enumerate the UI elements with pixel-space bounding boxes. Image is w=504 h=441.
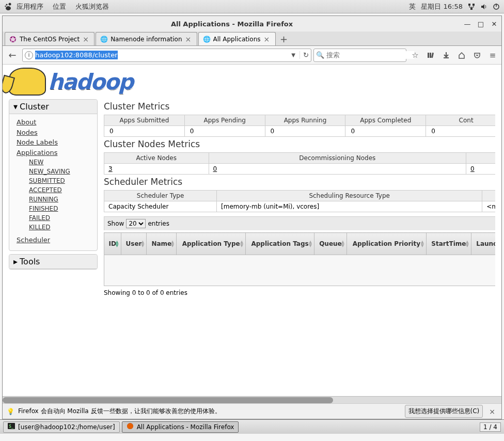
gnome-menu-places[interactable]: 位置 [53,2,66,11]
sidebar-tools-header[interactable]: ▸Tools [9,255,97,269]
firefox-notification-bar: 💡 Firefox 会自动向 Mozilla 反馈一些数据，让我们能够改善您的使… [3,403,501,419]
bookmark-star-icon[interactable]: ☆ [408,49,422,62]
url-bar[interactable]: i hadoop102:8088/cluster ▼ ↻ [22,49,311,62]
horizontal-scrollbar[interactable] [3,396,501,403]
datatable-info: Showing 0 to 0 of 0 entries [104,286,495,300]
network-icon[interactable] [468,3,475,11]
home-icon[interactable] [455,49,468,62]
window-maximize-button[interactable]: □ [477,20,485,28]
window-close-button[interactable]: ✕ [490,20,498,28]
notification-close-icon[interactable]: × [487,407,497,416]
sort-icon: ▲▼ [171,240,174,247]
globe-favicon-icon: 🌐 [203,36,210,43]
val-nodes-extra[interactable]: 0 [466,164,495,175]
tab-namenode[interactable]: 🌐 Namenode information × [96,32,197,45]
svg-point-0 [9,3,11,6]
col-name[interactable]: Name▲▼ [147,233,177,255]
sidebar-cluster-section: ▾Cluster About Nodes Node Labels Applica… [9,99,98,251]
tab-close-icon[interactable]: × [83,35,90,43]
svg-rect-4 [468,4,470,6]
sort-icon: ▲▼ [421,240,424,247]
val-decommissioning-nodes[interactable]: 0 [209,164,466,175]
sidebar-link-running[interactable]: RUNNING [29,195,92,204]
reload-button[interactable]: ↻ [300,51,309,59]
sidebar-cluster-header[interactable]: ▾Cluster [9,100,97,114]
col-user[interactable]: User▲▼ [121,233,147,255]
tab-all-applications[interactable]: 🌐 All Applications × [198,32,276,45]
tab-strip: The CentOS Project × 🌐 Namenode informat… [3,32,501,46]
sidebar-link-node-labels[interactable]: Node Labels [17,137,92,148]
search-input[interactable] [326,51,414,59]
sidebar-link-new[interactable]: NEW [29,158,92,167]
show-label-pre: Show [107,220,124,227]
sidebar-tools-section: ▸Tools [9,254,98,270]
gnome-menu-firefox[interactable]: 火狐浏览器 [75,2,109,11]
taskbar-item-firefox[interactable]: All Applications - Mozilla Firefox [122,421,239,433]
svg-point-1 [6,4,7,5]
show-entries-select[interactable]: 20 [126,219,146,228]
tab-close-icon[interactable]: × [264,35,271,43]
col-app-type[interactable]: Application Type▲▼ [177,233,246,255]
val-apps-pending: 0 [184,126,265,137]
col-starttime[interactable]: StartTime▲▼ [426,233,471,255]
scrollbar-thumb[interactable] [3,397,333,403]
new-tab-button[interactable]: + [277,32,291,45]
navigation-toolbar: ← i hadoop102:8088/cluster ▼ ↻ 🔍 ☆ ≡ [3,46,501,65]
tab-centos[interactable]: The CentOS Project × [5,32,94,45]
col-queue[interactable]: Queue▲▼ [314,233,347,255]
tab-close-icon[interactable]: × [185,35,193,43]
svg-text:$_: $_ [9,424,14,429]
lightbulb-icon: 💡 [7,408,14,415]
svg-rect-6 [470,8,472,10]
sidebar-link-submitted[interactable]: SUBMITTED [29,176,92,185]
hamburger-menu-icon[interactable]: ≡ [486,49,499,62]
power-icon[interactable] [493,3,500,11]
window-title: All Applications - Mozilla Firefox [6,20,458,28]
hadoop-logo: hadoop [3,65,501,99]
col-apps-running: Apps Running [265,115,345,126]
pocket-icon[interactable] [470,49,484,62]
cluster-metrics-title: Cluster Metrics [104,101,495,112]
col-launchtime[interactable]: Launch [471,233,495,255]
nodes-metrics-table: Active Nodes Decommissioning Nodes 3 0 0 [104,152,495,175]
site-info-icon[interactable]: i [25,51,33,59]
downloads-icon[interactable] [439,49,453,62]
cluster-metrics-table: Apps Submitted Apps Pending Apps Running… [104,115,495,137]
sidebar-link-nodes[interactable]: Nodes [17,128,92,138]
col-app-priority[interactable]: Application Priority▲▼ [346,233,426,255]
svg-rect-10 [428,53,429,58]
sort-icon: ▲▼ [466,240,469,247]
sidebar-link-applications[interactable]: Applications [17,148,92,158]
volume-icon[interactable] [480,3,487,11]
sidebar-link-accepted[interactable]: ACCEPTED [29,185,92,195]
sidebar-link-about[interactable]: About [17,117,92,128]
url-text: hadoop102:8088/cluster [35,51,287,59]
hadoop-elephant-icon [9,68,46,96]
svg-point-2 [5,6,6,7]
window-minimize-button[interactable]: — [463,20,471,28]
svg-rect-11 [430,53,431,58]
search-bar[interactable]: 🔍 [313,49,406,62]
col-id[interactable]: ID▲▼ [104,233,121,255]
back-button[interactable]: ← [5,48,20,62]
applications-table: ID▲▼ User▲▼ Name▲▼ Application Type▲▼ Ap… [104,232,495,255]
scheduler-metrics-table: Scheduler Type Scheduling Resource Type … [104,190,495,212]
col-containers: Cont [426,115,495,126]
bookmarks-library-icon[interactable] [424,49,437,62]
col-app-tags[interactable]: Application Tags▲▼ [246,233,314,255]
clock[interactable]: 星期日 16:58 [421,2,463,11]
svg-rect-5 [472,4,475,6]
input-method-indicator[interactable]: 英 [409,2,416,11]
notification-action-button[interactable]: 我想选择提供哪些信息(C) [405,405,483,418]
sidebar-link-finished[interactable]: FINISHED [29,204,92,213]
workspace-indicator[interactable]: 1 / 4 [480,422,501,432]
sidebar-link-scheduler[interactable]: Scheduler [17,235,92,245]
sidebar-link-failed[interactable]: FAILED [29,213,92,223]
url-history-dropdown-icon[interactable]: ▼ [289,52,297,58]
sidebar-link-new-saving[interactable]: NEW_SAVING [29,167,92,176]
svg-point-3 [6,6,11,10]
gnome-menu-apps[interactable]: 应用程序 [17,2,43,11]
sidebar-link-killed[interactable]: KILLED [29,223,92,232]
val-active-nodes[interactable]: 3 [104,164,209,175]
taskbar-item-terminal[interactable]: $_ [user@hadoop102:/home/user] [3,421,120,433]
